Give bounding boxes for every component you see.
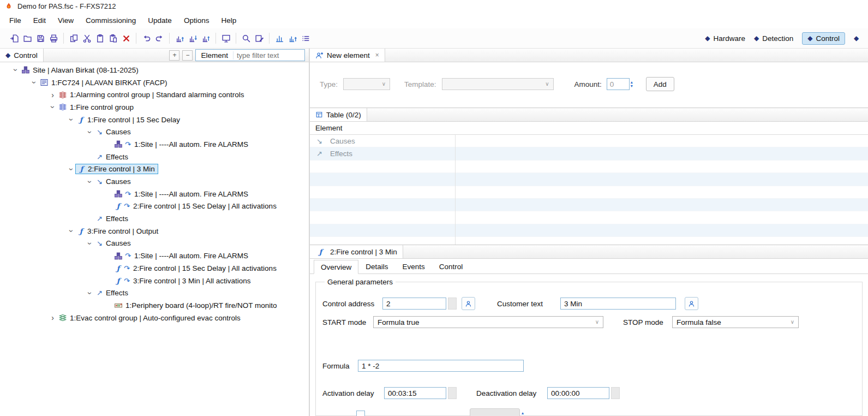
chevron-expanded-icon[interactable]: › <box>12 66 20 75</box>
stepper[interactable]: ▴ ▾ <box>522 412 524 416</box>
tab-events[interactable]: Events <box>396 259 432 274</box>
chevron-expanded-icon[interactable]: › <box>68 115 75 124</box>
monitor-button[interactable] <box>219 32 232 45</box>
chevron-expanded-icon[interactable]: › <box>86 239 94 248</box>
table-row-empty[interactable] <box>310 224 868 237</box>
select-address-button[interactable] <box>462 297 475 310</box>
chevron-expanded-icon[interactable]: › <box>86 177 94 186</box>
redo-button[interactable] <box>153 32 166 45</box>
perspective-hardware[interactable]: ◆ Hardware <box>705 34 745 43</box>
chevron-expanded-icon[interactable]: › <box>49 103 57 112</box>
tab-new-element[interactable]: New element × <box>310 49 385 62</box>
amount-input[interactable] <box>607 78 630 90</box>
perspective-control[interactable]: ◆ Control <box>802 32 845 45</box>
menu-file[interactable]: File <box>3 14 27 27</box>
expand-all-button[interactable]: + <box>169 50 179 61</box>
tree-item-cause-site[interactable]: ↷ 1:Site | ----All autom. Fire ALARMS <box>0 188 309 200</box>
edit-window-button[interactable] <box>253 32 266 45</box>
chevron-expanded-icon[interactable]: › <box>86 127 94 136</box>
menu-commissioning[interactable]: Commissioning <box>80 14 142 27</box>
delete-button[interactable] <box>119 32 133 45</box>
template-combo[interactable]: ∨ <box>442 78 554 90</box>
tree-item-fire-group[interactable]: › 1:Fire control group <box>0 101 309 114</box>
chart-button[interactable] <box>273 32 286 45</box>
table-row[interactable]: ↘ Causes <box>310 135 868 147</box>
undo-button[interactable] <box>140 32 153 45</box>
tree-item-cause-site[interactable]: ↷ 1:Site | ----All autom. Fire ALARMS <box>0 138 309 151</box>
select-text-button[interactable] <box>685 297 698 310</box>
filter-column-selector[interactable]: Element <box>196 51 234 60</box>
copy-button[interactable] <box>67 32 80 45</box>
chevron-expanded-icon[interactable]: › <box>31 78 38 87</box>
spin-down-icon[interactable]: ▾ <box>631 85 633 88</box>
table-row-empty[interactable] <box>310 211 868 224</box>
chevron-expanded-icon[interactable]: › <box>68 227 75 236</box>
type-combo[interactable]: ∨ <box>343 78 390 90</box>
tree-item-site[interactable]: › Site | Alavan Birkat (08-11-2025) <box>0 64 309 76</box>
add-button[interactable]: Add <box>646 77 674 91</box>
print-button[interactable] <box>47 32 60 45</box>
tree-item-alarming-group[interactable]: › 1:Alarming control group | Standard al… <box>0 88 309 101</box>
menu-view[interactable]: View <box>52 14 80 27</box>
perspective-item-partial[interactable]: ◆ <box>854 35 868 41</box>
tree-item-effects[interactable]: › ↗ Effects <box>0 287 309 299</box>
save-button[interactable] <box>34 32 47 45</box>
tab-control[interactable]: ◆ Control <box>0 49 44 62</box>
table-row-empty[interactable] <box>310 173 868 186</box>
menu-options[interactable]: Options <box>178 14 215 27</box>
collapse-all-button[interactable]: − <box>182 50 193 61</box>
deactivation-delay-input[interactable] <box>547 387 609 399</box>
control-address-input[interactable] <box>382 298 446 310</box>
chevron-collapsed-icon[interactable]: › <box>48 91 57 99</box>
import-button[interactable] <box>8 32 21 45</box>
stop-mode-select[interactable]: Formula false ∨ <box>672 316 799 328</box>
upload-config-button[interactable] <box>186 32 199 45</box>
zoom-button[interactable] <box>240 32 253 45</box>
tree-item-effect-periphery[interactable]: 1:Periphery board (4-loop)/RT fire/NOT m… <box>0 299 309 312</box>
tree-item-causes[interactable]: › ↘ Causes <box>0 175 309 188</box>
sync-config-button[interactable] <box>199 32 212 45</box>
table-row-empty[interactable] <box>310 186 868 199</box>
tree-item-effects[interactable]: ↗ Effects <box>0 212 309 225</box>
option-checkbox[interactable] <box>356 411 365 416</box>
tree-item-fire-control-3[interactable]: › ƒ 3:Fire control | Output <box>0 225 309 237</box>
tab-overview[interactable]: Overview <box>314 260 358 274</box>
table-row-empty[interactable] <box>310 237 868 245</box>
tree-item-cause-fire-control[interactable]: ƒ ↷ 2:Fire control | 15 Sec Delay | All … <box>0 200 309 213</box>
table-row-empty[interactable] <box>310 199 868 211</box>
tab-control[interactable]: Control <box>432 259 470 274</box>
tree-item-cause-fire-control[interactable]: ƒ ↷ 2:Fire control | 15 Sec Delay | All … <box>0 262 309 275</box>
paste-special-button[interactable] <box>106 32 119 45</box>
download-config-button[interactable] <box>173 32 186 45</box>
open-button[interactable] <box>21 32 34 45</box>
tree-item-cause-fire-control[interactable]: ƒ ↷ 3:Fire control | 3 Min | All activat… <box>0 275 309 287</box>
chevron-expanded-icon[interactable]: › <box>86 288 94 298</box>
filter-input[interactable] <box>234 50 304 60</box>
chart-alt-button[interactable] <box>286 32 299 45</box>
table-row-empty[interactable] <box>310 161 868 173</box>
chevron-expanded-icon[interactable]: › <box>68 164 75 174</box>
tab-table[interactable]: Table (0/2) <box>310 108 367 121</box>
start-mode-select[interactable]: Formula true ∨ <box>373 316 603 328</box>
paste-button[interactable] <box>93 32 106 45</box>
tree-item-causes[interactable]: › ↘ Causes <box>0 126 309 138</box>
perspective-detection[interactable]: ◆ Detection <box>754 34 793 43</box>
menu-update[interactable]: Update <box>142 14 178 27</box>
tree-item-fire-control-2-selected[interactable]: › ƒ 2:Fire control | 3 Min <box>0 163 309 176</box>
tree-item-causes[interactable]: › ↘ Causes <box>0 237 309 250</box>
tree-item-facp[interactable]: › 1:FC724 | ALAVAN BIRKAT (FACP) <box>0 76 309 89</box>
chevron-collapsed-icon[interactable]: › <box>48 314 57 322</box>
column-header-element[interactable]: Element <box>310 124 343 132</box>
selected-tree-item[interactable]: ƒ 2:Fire control | 3 Min <box>75 164 158 174</box>
tree-item-fire-control-1[interactable]: › ƒ 1:Fire control | 15 Sec Delay <box>0 114 309 126</box>
menu-help[interactable]: Help <box>215 14 242 27</box>
column-divider[interactable] <box>455 135 456 245</box>
tab-fire-control-detail[interactable]: ƒ 2:Fire control | 3 Min <box>310 245 403 258</box>
activation-delay-input[interactable] <box>384 387 446 399</box>
table-row[interactable]: ↗ Effects <box>310 147 868 160</box>
formula-input[interactable] <box>358 360 524 372</box>
menu-edit[interactable]: Edit <box>27 14 52 27</box>
amount-stepper[interactable]: ▴ ▾ <box>631 81 633 88</box>
list-button[interactable] <box>299 32 312 45</box>
tab-details[interactable]: Details <box>358 259 395 274</box>
